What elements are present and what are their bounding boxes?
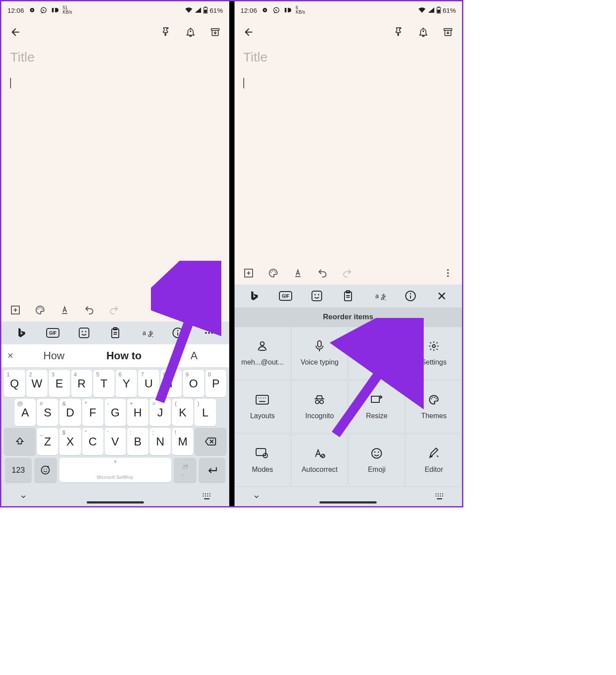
grid-item-mic[interactable]: Voice typing <box>291 327 348 379</box>
grid-item-keyboard[interactable]: Layouts <box>235 380 291 433</box>
key-z[interactable]: Z_ <box>37 428 58 455</box>
title-input[interactable]: Title <box>243 50 454 65</box>
title-input[interactable]: Title <box>10 50 220 65</box>
grid-item-incognito[interactable]: Incognito <box>291 380 348 433</box>
emoji-key[interactable] <box>34 458 57 482</box>
clipboard-icon[interactable] <box>106 327 124 339</box>
info-icon[interactable] <box>402 290 419 302</box>
sticker-icon[interactable] <box>75 327 93 339</box>
grid-item-account[interactable]: meh...@out... <box>235 327 291 379</box>
nav-keyboard-icon[interactable] <box>435 493 444 500</box>
punct-key[interactable]: .!?, <box>174 458 196 482</box>
keyboard-toolbar: GIF aあ <box>1 321 229 344</box>
grid-item-gear[interactable]: Settings <box>406 327 462 379</box>
svg-rect-23 <box>79 328 89 338</box>
back-button[interactable] <box>9 26 22 38</box>
redo-button[interactable] <box>341 267 353 279</box>
key-t[interactable]: T5 <box>93 370 114 397</box>
suggestion-3[interactable]: A <box>159 350 229 362</box>
translate-icon[interactable]: aあ <box>370 291 388 301</box>
add-button[interactable] <box>9 304 22 316</box>
text-cursor <box>243 78 244 88</box>
key-m[interactable]: M! <box>172 428 193 455</box>
back-button[interactable] <box>242 26 255 38</box>
key-w[interactable]: W2 <box>26 370 48 397</box>
account-icon <box>257 340 268 352</box>
gif-icon[interactable]: GIF <box>277 291 294 301</box>
undo-button[interactable] <box>83 304 95 316</box>
status-bar: 12:06 51 KB/s 61% <box>1 1 229 19</box>
key-u[interactable]: U7 <box>138 370 159 397</box>
space-key[interactable]: Microsoft SwiftKey <box>59 458 171 482</box>
key-f[interactable]: F* <box>82 399 103 426</box>
archive-button[interactable] <box>442 26 454 38</box>
key-r[interactable]: R4 <box>71 370 92 397</box>
nav-collapse-icon[interactable] <box>19 492 28 501</box>
redo-button[interactable] <box>108 304 120 316</box>
key-j[interactable]: J= <box>150 399 171 426</box>
suggestion-2[interactable]: How to <box>89 350 159 362</box>
key-s[interactable]: S# <box>37 399 58 426</box>
add-button[interactable] <box>242 267 255 279</box>
grid-item-pen[interactable]: Editor <box>406 434 462 487</box>
key-e[interactable]: E3 <box>49 370 70 397</box>
grid-item-autocorrect[interactable]: Autocorrect <box>291 434 348 487</box>
gif-icon[interactable]: GIF <box>44 328 62 338</box>
key-g[interactable]: G- <box>105 399 126 426</box>
numeric-key[interactable]: 123 <box>5 458 32 482</box>
grid-item-modes[interactable]: Modes <box>235 434 291 487</box>
key-y[interactable]: Y6 <box>116 370 137 397</box>
sticker-icon[interactable] <box>308 290 326 302</box>
enter-key[interactable] <box>199 458 226 482</box>
note-body[interactable]: Title <box>235 45 462 262</box>
grid-item-emoji[interactable]: Emoji <box>348 434 405 487</box>
key-a[interactable]: A@ <box>15 399 36 426</box>
key-c[interactable]: C" <box>82 428 103 455</box>
nav-keyboard-icon[interactable] <box>202 493 212 500</box>
more-horizontal-icon[interactable] <box>200 327 218 339</box>
undo-button[interactable] <box>316 267 329 279</box>
clipboard-icon[interactable] <box>339 290 357 302</box>
svg-point-101 <box>320 400 323 404</box>
key-k[interactable]: K( <box>172 399 193 426</box>
info-icon[interactable] <box>169 327 187 339</box>
key-x[interactable]: X$ <box>59 428 81 455</box>
grid-item-resize[interactable]: Resize <box>348 380 405 433</box>
more-button[interactable] <box>442 267 454 279</box>
format-button[interactable] <box>292 267 304 279</box>
key-v[interactable]: V' <box>105 428 126 455</box>
note-body[interactable]: Title <box>1 45 229 299</box>
nav-collapse-icon[interactable] <box>252 492 261 501</box>
key-p[interactable]: P0 <box>205 370 227 397</box>
pin-button[interactable] <box>160 26 172 38</box>
svg-point-122 <box>440 496 441 496</box>
key-o[interactable]: O9 <box>183 370 204 397</box>
key-l[interactable]: L) <box>194 399 216 426</box>
key-i[interactable]: I8 <box>161 370 182 397</box>
key-b[interactable]: B: <box>127 428 148 455</box>
bing-icon[interactable] <box>13 327 30 339</box>
key-n[interactable]: N; <box>150 428 171 455</box>
bing-icon[interactable] <box>246 290 263 302</box>
suggestion-1[interactable]: How <box>19 350 89 362</box>
kbs-indicator: 6 KB/s <box>296 6 305 15</box>
key-q[interactable]: Q1 <box>4 370 25 397</box>
reminder-button[interactable] <box>184 26 197 38</box>
backspace-key[interactable] <box>194 428 226 455</box>
suggestion-close[interactable]: ✕ <box>1 351 19 361</box>
key-d[interactable]: D& <box>59 399 81 426</box>
archive-button[interactable] <box>209 26 221 38</box>
palette-button[interactable] <box>34 304 46 316</box>
nav-bar <box>235 487 462 506</box>
shift-key[interactable] <box>4 428 36 455</box>
grid-item-check[interactable]: To Do <box>348 327 405 379</box>
palette-button[interactable] <box>267 267 279 279</box>
grid-item-palette[interactable]: Themes <box>406 380 462 433</box>
pin-button[interactable] <box>392 26 405 38</box>
key-h[interactable]: H+ <box>127 399 148 426</box>
reminder-button[interactable] <box>417 26 429 38</box>
more-button[interactable] <box>209 304 221 316</box>
translate-icon[interactable]: aあ <box>138 328 155 338</box>
close-icon[interactable] <box>433 291 451 301</box>
format-button[interactable] <box>59 304 71 316</box>
